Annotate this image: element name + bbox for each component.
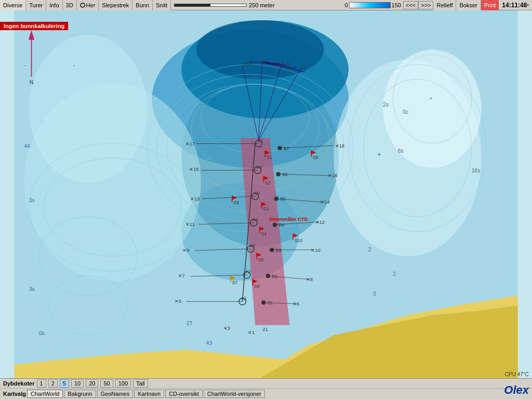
dk-50-button[interactable]: 50	[100, 379, 113, 388]
svg-text:20: 20	[262, 59, 268, 64]
svg-text:44: 44	[24, 143, 30, 149]
svg-text:✕17: ✕17	[185, 141, 195, 147]
relieff-button[interactable]: Relieff	[433, 0, 456, 10]
svg-text:+: +	[377, 151, 381, 158]
map-canvas[interactable]: N 51 76 44 - - 2s 0c 6s 16s 3s 3s 0s 2 2…	[0, 10, 532, 378]
slepestrek-button[interactable]: Slepestrek	[99, 0, 132, 10]
svg-text:N: N	[30, 79, 34, 85]
kartvalg-bakgrunn-button[interactable]: Bakgrunn	[64, 390, 96, 398]
print-button[interactable]: Print	[481, 0, 499, 10]
diverse-button[interactable]: Diverse	[0, 0, 26, 10]
temp-icon: °	[527, 3, 529, 8]
svg-text:S8: S8	[234, 200, 240, 205]
svg-text:-: -	[73, 62, 75, 68]
svg-text:✕7: ✕7	[178, 273, 185, 278]
svg-text:2: 2	[368, 247, 371, 252]
kartvalg-row: Kartvalg ChartWorld Bakgrunn GeoNames Ka…	[0, 389, 532, 398]
kartvalg-cd-button[interactable]: CD-oversikt	[165, 390, 202, 398]
svg-text:S5: S5	[258, 257, 264, 262]
clock-display: 14:11:48°	[499, 2, 532, 9]
svg-text:✕16: ✕16	[328, 172, 338, 178]
svg-text:76: 76	[250, 75, 257, 81]
dk-100-button[interactable]: 100	[115, 379, 131, 388]
svg-text:✕8: ✕8	[306, 276, 313, 282]
dybdekoter-label: Dybdekoter	[3, 380, 35, 387]
svg-point-7	[29, 35, 147, 182]
svg-text:-: -	[24, 62, 25, 68]
svg-text:✕5: ✕5	[175, 298, 181, 304]
svg-text:S2: S2	[265, 180, 271, 185]
svg-text:Strømmåler CTD: Strømmåler CTD	[269, 216, 308, 222]
svg-text:A1: A1	[241, 296, 247, 301]
svg-text:✕9: ✕9	[182, 247, 189, 253]
svg-text:A6: A6	[257, 165, 262, 170]
svg-text:A2: A2	[246, 269, 251, 274]
kartvalg-kartnavn-button[interactable]: Kartnavn	[134, 390, 164, 398]
svg-text:S1: S1	[267, 155, 272, 160]
snitt-button[interactable]: Snitt	[153, 0, 171, 10]
svg-text:S10: S10	[295, 238, 302, 243]
svg-text:S6: S6	[254, 284, 260, 289]
svg-text:51: 51	[188, 60, 194, 65]
bottom-bar: Dybdekoter 1 2 5 10 20 50 100 Tall Kartv…	[0, 378, 532, 399]
scale-line	[174, 4, 247, 7]
svg-text:✕10: ✕10	[311, 247, 321, 253]
svg-text:✕11: ✕11	[185, 221, 195, 227]
scale-bar: 250 meter	[171, 2, 342, 8]
svg-text:S9: S9	[313, 155, 318, 160]
svg-text:✕1: ✕1	[248, 329, 255, 335]
svg-text:3s: 3s	[29, 197, 35, 203]
bunn-button[interactable]: Bunn	[132, 0, 153, 10]
her-button[interactable]: Her	[77, 0, 99, 10]
main-toolbar: Diverse Turer Info 3D Her Slepestrek Bun…	[0, 0, 532, 10]
svg-text:✕13: ✕13	[190, 196, 200, 202]
kartvalg-chartworld-button[interactable]: ChartWorld	[27, 390, 63, 398]
svg-text:✕3: ✕3	[223, 325, 230, 331]
svg-text:16s: 16s	[472, 168, 481, 174]
svg-text:21: 21	[262, 326, 268, 332]
svg-text:27: 27	[187, 321, 193, 326]
dybdekoter-row: Dybdekoter 1 2 5 10 20 50 100 Tall	[0, 379, 532, 389]
scale-label: 250 meter	[249, 2, 275, 8]
svg-text:3s: 3s	[29, 286, 35, 292]
svg-text:2: 2	[393, 271, 396, 277]
svg-text:*: *	[430, 96, 432, 102]
svg-text:A3: A3	[249, 243, 255, 248]
svg-text:43: 43	[206, 340, 212, 346]
nav-prev-button[interactable]: <<<	[403, 1, 418, 9]
svg-text:✕15: ✕15	[189, 167, 199, 172]
kartvalg-label: Kartvalg	[3, 391, 26, 397]
svg-text:B4: B4	[279, 222, 285, 228]
svg-text:B7: B7	[284, 146, 289, 151]
info-button[interactable]: Info	[46, 0, 62, 10]
svg-text:S3: S3	[263, 206, 269, 211]
kartvalg-cwversjon-button[interactable]: ChartWorld-versjoner	[204, 390, 265, 398]
dk-10-button[interactable]: 10	[71, 379, 84, 388]
svg-text:✕12: ✕12	[315, 219, 325, 225]
turer-button[interactable]: Turer	[26, 0, 46, 10]
svg-text:✕6: ✕6	[292, 301, 299, 307]
svg-text:2s: 2s	[383, 102, 389, 108]
dk-20-button[interactable]: 20	[86, 379, 98, 388]
dk-1-button[interactable]: 1	[37, 379, 46, 388]
cpu-info: CPU 47°C	[505, 371, 529, 377]
nav-next-button[interactable]: >>>	[418, 1, 433, 9]
svg-text:0c: 0c	[403, 109, 408, 115]
svg-point-5	[196, 20, 324, 79]
depth-min: 0	[344, 2, 348, 8]
dk-2-button[interactable]: 2	[48, 379, 58, 388]
bokser-button[interactable]: Bokser	[456, 0, 481, 10]
svg-text:0s: 0s	[39, 330, 45, 336]
svg-text:0: 0	[373, 291, 376, 297]
3d-button[interactable]: 3D	[63, 0, 77, 10]
dk-5-button[interactable]: 5	[60, 379, 69, 388]
olex-logo: Olex	[504, 383, 529, 397]
svg-text:✕19: ✕19	[243, 61, 252, 66]
svg-text:A5: A5	[254, 191, 260, 196]
map-svg: N 51 76 44 - - 2s 0c 6s 16s 3s 3s 0s 2 2…	[0, 10, 532, 378]
dk-tall-button[interactable]: Tall	[133, 379, 148, 388]
svg-text:B3: B3	[276, 248, 282, 253]
svg-text:✕21: ✕21	[281, 61, 291, 66]
kartvalg-geonames-button[interactable]: GeoNames	[97, 390, 134, 398]
depth-gradient	[349, 2, 391, 8]
